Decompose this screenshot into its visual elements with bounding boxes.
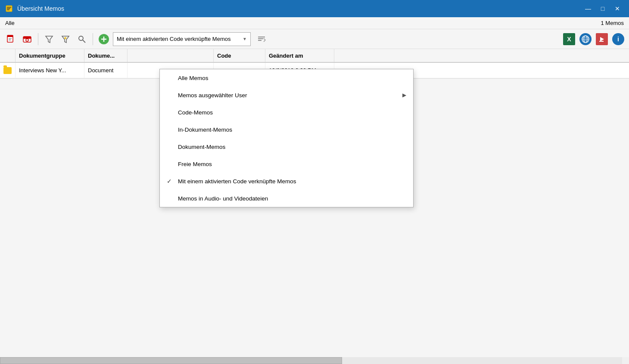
menu-check-aktivierten-code: ✓: [167, 178, 174, 185]
menu-label-memos-user: Memos ausgewählter User: [178, 92, 398, 99]
app-icon: [5, 4, 14, 13]
export-button[interactable]: [595, 32, 609, 46]
menu-label-indokument-memos: In-Dokument-Memos: [178, 126, 402, 133]
menu-item-indokument-memos[interactable]: In-Dokument-Memos: [160, 121, 413, 138]
svg-line-23: [264, 40, 265, 42]
svg-rect-30: [599, 41, 604, 42]
globe-button[interactable]: [578, 32, 593, 46]
row-icon-cell: [0, 63, 16, 78]
search-icon: [77, 34, 87, 44]
export-icon: [596, 33, 608, 45]
svg-line-15: [83, 40, 85, 43]
svg-rect-2: [7, 8, 10, 9]
title-bar: Übersicht Memos — □ ✕: [0, 0, 629, 17]
svg-marker-13: [64, 37, 67, 39]
status-row: Alle 1 Memos: [0, 17, 629, 29]
add-green-icon: [97, 33, 110, 46]
camera-icon: [22, 34, 32, 44]
filter-dropdown[interactable]: Mit einem aktivierten Code verknüpfte Me…: [113, 32, 251, 46]
folder-icon: [3, 67, 12, 74]
menu-item-dokument-memos[interactable]: Dokument-Memos: [160, 138, 413, 155]
menu-item-alle-memos[interactable]: Alle Memos: [160, 69, 413, 86]
svg-rect-1: [7, 7, 11, 8]
info-button[interactable]: i: [611, 32, 626, 46]
maximize-button[interactable]: □: [596, 3, 609, 15]
memo-count: 1 Memos: [601, 20, 624, 26]
minimize-button[interactable]: —: [582, 3, 595, 15]
svg-rect-3: [7, 9, 9, 10]
col-header-icon: [0, 49, 16, 62]
globe-icon: [579, 33, 592, 45]
menu-label-aktivierten-code: Mit einem aktivierten Code verknüpfte Me…: [178, 178, 402, 185]
filter-star-button[interactable]: [58, 32, 73, 46]
menu-label-audio-video: Memos in Audio- und Videodateien: [178, 195, 402, 202]
svg-rect-5: [7, 35, 13, 37]
row-dokument: Document: [84, 63, 128, 78]
excel-export-button[interactable]: X: [562, 32, 576, 46]
excel-icon: X: [563, 33, 575, 45]
menu-item-memos-user[interactable]: Memos ausgewählter User ▶: [160, 86, 413, 104]
search-button[interactable]: [75, 32, 89, 46]
horizontal-scrollbar[interactable]: [0, 357, 622, 364]
svg-line-22: [264, 38, 265, 40]
menu-item-freie-memos[interactable]: Freie Memos: [160, 155, 413, 173]
add-button[interactable]: [97, 32, 111, 46]
row-dokumentgruppe: Interviews New Y...: [16, 63, 84, 78]
info-icon: i: [612, 33, 624, 45]
toolbar-sep-1: [38, 33, 38, 45]
menu-item-audio-video[interactable]: Memos in Audio- und Videodateien: [160, 190, 413, 207]
dropdown-menu: Alle Memos Memos ausgewählter User ▶ Cod…: [159, 69, 414, 207]
filter-icon: [44, 34, 54, 44]
toolbar: Mit einem aktivierten Code verknüpfte Me…: [0, 29, 629, 49]
svg-marker-29: [600, 37, 604, 41]
menu-item-code-memos[interactable]: Code-Memos: [160, 104, 413, 121]
title-bar-controls: — □ ✕: [582, 3, 624, 15]
table-header: Dokumentgruppe Dokume... Code Geändert a…: [0, 49, 629, 63]
sort-icon: [257, 34, 266, 44]
dropdown-arrow-icon: ▼: [243, 37, 247, 41]
svg-marker-11: [46, 36, 53, 43]
col-header-dokument: Dokume...: [84, 49, 128, 62]
filter-star-icon: [61, 34, 70, 44]
filter-status: Alle: [5, 20, 15, 26]
scrollbar-corner: [622, 357, 629, 364]
col-header-code: Code: [214, 49, 265, 62]
close-button[interactable]: ✕: [611, 3, 624, 15]
main-content: Dokumentgruppe Dokume... Code Geändert a…: [0, 49, 629, 364]
svg-point-14: [79, 36, 83, 40]
menu-label-alle-memos: Alle Memos: [178, 75, 402, 81]
camera-button[interactable]: [20, 32, 34, 46]
new-memo-icon: [6, 34, 16, 44]
col-header-dokumentgruppe: Dokumentgruppe: [16, 49, 84, 62]
new-memo-button[interactable]: [3, 32, 18, 46]
scrollbar-thumb[interactable]: [0, 357, 342, 364]
menu-label-code-memos: Code-Memos: [178, 109, 402, 116]
window-title: Übersicht Memos: [17, 5, 64, 12]
menu-label-freie-memos: Freie Memos: [178, 161, 402, 167]
col-header-geaendert: Geändert am: [265, 49, 334, 62]
col-header-memo: [128, 49, 214, 62]
svg-point-10: [26, 39, 28, 41]
sort-button[interactable]: [254, 32, 269, 46]
title-bar-left: Übersicht Memos: [5, 4, 64, 13]
toolbar-right: X i: [562, 32, 626, 46]
menu-arrow-memos-user: ▶: [402, 92, 406, 98]
menu-label-dokument-memos: Dokument-Memos: [178, 144, 402, 150]
toolbar-sep-2: [93, 33, 93, 45]
dropdown-label: Mit einem aktivierten Code verknüpfte Me…: [117, 36, 230, 42]
filter-button[interactable]: [42, 32, 56, 46]
menu-item-aktivierten-code[interactable]: ✓ Mit einem aktivierten Code verknüpfte …: [160, 173, 413, 190]
